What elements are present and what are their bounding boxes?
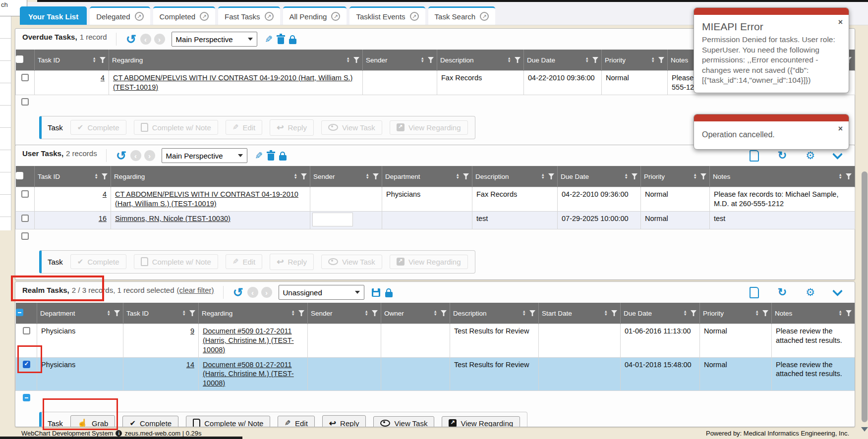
- filter-icon[interactable]: [441, 310, 447, 316]
- select-all-checkbox[interactable]: [16, 55, 23, 63]
- sort-icon[interactable]: [625, 173, 628, 179]
- external-link-icon[interactable]: [265, 12, 274, 21]
- next-perspective-icon[interactable]: [261, 287, 272, 298]
- sort-icon[interactable]: [839, 173, 842, 179]
- prev-perspective-icon[interactable]: [140, 34, 151, 45]
- sort-icon[interactable]: [604, 310, 608, 316]
- row-checkbox[interactable]: [21, 98, 29, 106]
- external-link-icon[interactable]: [331, 12, 340, 21]
- sort-icon[interactable]: [839, 310, 842, 316]
- reply-button[interactable]: Reply: [270, 119, 314, 136]
- edit-button[interactable]: Edit: [278, 416, 314, 427]
- row-checkbox[interactable]: [23, 327, 30, 334]
- next-perspective-icon[interactable]: [154, 34, 165, 45]
- lock-icon[interactable]: [289, 39, 296, 44]
- complete-w-note-button[interactable]: Complete w/ Note: [186, 416, 270, 427]
- sort-icon[interactable]: [182, 310, 186, 316]
- task-id-link[interactable]: 16: [39, 214, 107, 223]
- view-regarding-button[interactable]: View Regarding: [442, 416, 520, 427]
- refresh-icon[interactable]: [116, 151, 126, 161]
- close-icon[interactable]: ×: [838, 18, 843, 27]
- clear-filter-link[interactable]: (clear filter): [177, 286, 214, 294]
- select-all-checkbox[interactable]: [16, 172, 23, 179]
- filter-icon[interactable]: [658, 57, 664, 63]
- complete-w-note-button[interactable]: Complete w/ Note: [134, 120, 218, 135]
- select-all-header[interactable]: [16, 50, 35, 71]
- perspective-select[interactable]: Main Perspective: [162, 148, 247, 163]
- filter-icon[interactable]: [373, 173, 379, 179]
- reload-icon[interactable]: [778, 286, 787, 299]
- filter-icon[interactable]: [548, 173, 554, 179]
- task-id-link[interactable]: 4: [39, 190, 107, 199]
- sort-icon[interactable]: [434, 310, 437, 316]
- sort-icon[interactable]: [107, 310, 111, 316]
- filter-icon[interactable]: [301, 173, 307, 179]
- tab-your-task-list[interactable]: Your Task List: [20, 6, 87, 25]
- filter-icon[interactable]: [298, 310, 304, 316]
- row-checkbox[interactable]: [21, 215, 29, 222]
- sender-inline-input[interactable]: [312, 213, 353, 226]
- sort-icon[interactable]: [366, 173, 369, 179]
- tab-all-pending[interactable]: All Pending: [283, 6, 347, 25]
- filter-icon[interactable]: [114, 310, 120, 316]
- reload-icon[interactable]: [778, 149, 787, 162]
- row-checkbox[interactable]: [21, 74, 29, 81]
- task-id-link[interactable]: 14: [127, 360, 194, 370]
- external-link-icon[interactable]: [480, 12, 489, 21]
- filter-icon[interactable]: [592, 57, 598, 63]
- collapse-chevron-icon[interactable]: [832, 149, 843, 160]
- filter-icon[interactable]: [611, 310, 617, 316]
- complete-button[interactable]: Complete: [122, 416, 178, 427]
- sort-icon[interactable]: [93, 57, 96, 63]
- sort-icon[interactable]: [456, 173, 460, 179]
- tab-completed[interactable]: Completed: [153, 6, 216, 25]
- gear-icon[interactable]: [806, 150, 815, 162]
- tab-task-search[interactable]: Task Search: [428, 6, 496, 25]
- filter-icon[interactable]: [463, 173, 469, 179]
- regarding-link[interactable]: Document #508 01-27-2011 (Harris, Christ…: [203, 361, 294, 387]
- sort-icon[interactable]: [694, 173, 697, 179]
- complete-button[interactable]: Complete: [70, 254, 126, 269]
- edit-perspective-icon[interactable]: [265, 34, 273, 45]
- select-all-header[interactable]: [16, 166, 35, 187]
- sort-icon[interactable]: [522, 310, 526, 316]
- filter-icon[interactable]: [353, 57, 359, 63]
- save-icon[interactable]: [372, 288, 380, 297]
- complete-w-note-button[interactable]: Complete w/ Note: [134, 254, 218, 269]
- tab-delegated[interactable]: Delegated: [90, 6, 150, 25]
- scrollbar-down-arrow[interactable]: [861, 427, 868, 432]
- prev-perspective-icon[interactable]: [130, 150, 141, 161]
- info-icon[interactable]: [116, 430, 122, 437]
- refresh-icon[interactable]: [126, 34, 136, 44]
- collapse-chevron-icon[interactable]: [832, 286, 843, 296]
- view-task-button[interactable]: View Task: [321, 255, 382, 269]
- prev-perspective-icon[interactable]: [247, 287, 258, 298]
- external-link-icon[interactable]: [200, 12, 209, 21]
- task-id-link[interactable]: 9: [127, 327, 194, 336]
- sort-icon[interactable]: [585, 57, 589, 63]
- lock-icon[interactable]: [385, 292, 393, 297]
- reply-button[interactable]: Reply: [322, 415, 366, 427]
- view-task-button[interactable]: View Task: [321, 120, 382, 135]
- perspective-select[interactable]: Unassigned: [279, 285, 364, 300]
- delete-perspective-icon[interactable]: [278, 37, 284, 44]
- filter-icon[interactable]: [102, 173, 108, 179]
- filter-icon[interactable]: [691, 310, 696, 316]
- task-id-link[interactable]: 4: [39, 73, 105, 83]
- edit-button[interactable]: Edit: [226, 254, 262, 269]
- edit-perspective-icon[interactable]: [255, 150, 263, 162]
- filter-icon[interactable]: [700, 173, 706, 179]
- filter-icon[interactable]: [846, 310, 852, 316]
- grab-button[interactable]: Grab: [70, 415, 116, 427]
- filter-icon[interactable]: [189, 310, 195, 316]
- regarding-link[interactable]: CT ABDOMEN/PELVIS WITH IV CONTRAST 04-19…: [113, 74, 352, 91]
- sort-icon[interactable]: [294, 173, 297, 179]
- gear-icon[interactable]: [806, 286, 815, 298]
- view-regarding-button[interactable]: View Regarding: [390, 120, 468, 135]
- sort-icon[interactable]: [684, 310, 687, 316]
- lock-icon[interactable]: [279, 155, 287, 161]
- filter-icon[interactable]: [632, 173, 637, 179]
- filter-icon[interactable]: [100, 57, 106, 63]
- sort-icon[interactable]: [651, 57, 655, 63]
- delete-perspective-icon[interactable]: [268, 154, 274, 161]
